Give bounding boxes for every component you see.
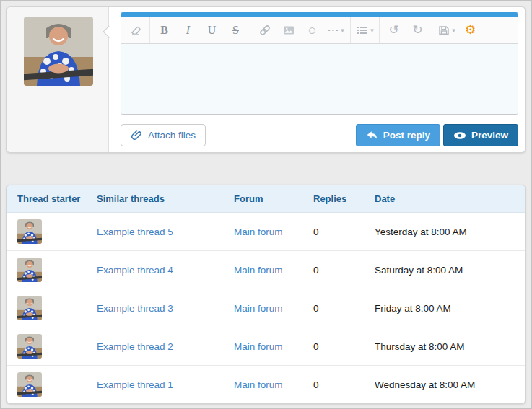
remove-format-button[interactable] — [123, 17, 147, 43]
table-row: Example thread 4 Main forum 0 Saturday a… — [7, 251, 525, 289]
paperclip-icon — [131, 129, 143, 141]
undo-button[interactable]: ↺ — [382, 17, 406, 43]
eraser-icon — [129, 24, 142, 37]
more-options-icon: ··· — [328, 25, 339, 35]
forum-link[interactable]: Main forum — [234, 379, 283, 390]
bold-button[interactable]: B — [152, 17, 176, 43]
col-thread-starter: Thread starter — [7, 185, 87, 213]
attach-files-button[interactable]: Attach files — [121, 124, 206, 146]
table-row: Example thread 1 Main forum 0 Wednesday … — [7, 366, 525, 404]
message-content-block: B I U S — [109, 7, 525, 152]
forum-link[interactable]: Main forum — [234, 227, 283, 237]
thread-date: Wednesday at 8:00 AM — [365, 366, 525, 404]
similar-threads-panel: Thread starter Similar threads Forum Rep… — [6, 185, 526, 404]
thread-starter-avatar[interactable] — [17, 334, 42, 359]
thread-date: Saturday at 8:00 AM — [365, 251, 525, 289]
message-textarea[interactable] — [121, 44, 518, 114]
thread-link[interactable]: Example thread 3 — [97, 303, 173, 314]
attach-files-label: Attach files — [148, 130, 196, 141]
replies-count: 0 — [303, 213, 365, 251]
thread-link[interactable]: Example thread 1 — [97, 379, 173, 390]
table-row: Example thread 5 Main forum 0 Yesterday … — [7, 213, 525, 251]
user-avatar[interactable] — [24, 17, 93, 86]
thread-starter-avatar[interactable] — [17, 219, 42, 244]
strikethrough-icon: S — [232, 24, 239, 37]
forum-link[interactable]: Main forum — [234, 303, 283, 314]
chevron-down-icon: ▾ — [341, 27, 344, 34]
replies-count: 0 — [303, 327, 365, 366]
link-icon — [258, 24, 271, 37]
col-similar-threads: Similar threads — [87, 185, 224, 213]
thread-date: Thursday at 8:00 AM — [365, 327, 525, 366]
rich-text-editor: B I U S — [121, 12, 518, 115]
smiley-icon: ☺ — [307, 24, 318, 36]
thread-link[interactable]: Example thread 5 — [97, 227, 173, 237]
insert-link-button[interactable] — [253, 17, 276, 43]
floppy-disk-icon — [437, 24, 450, 37]
list-button[interactable]: ▾ — [353, 17, 377, 43]
forum-link[interactable]: Main forum — [234, 341, 283, 352]
col-replies: Replies — [303, 185, 365, 213]
forum-link[interactable]: Main forum — [234, 265, 283, 276]
reply-arrow-icon — [366, 129, 378, 141]
redo-button[interactable]: ↻ — [406, 17, 429, 43]
post-reply-label: Post reply — [383, 130, 430, 141]
more-options-button[interactable]: ··· ▾ — [324, 17, 348, 43]
table-row: Example thread 2 Main forum 0 Thursday a… — [7, 327, 525, 366]
similar-threads-table: Thread starter Similar threads Forum Rep… — [7, 185, 525, 403]
thread-starter-avatar[interactable] — [17, 372, 42, 397]
thread-date: Yesterday at 8:00 AM — [365, 213, 525, 251]
preview-label: Preview — [471, 130, 508, 141]
strikethrough-button[interactable]: S — [224, 17, 248, 43]
insert-smiley-button[interactable]: ☺ — [300, 17, 324, 43]
list-icon — [356, 24, 369, 37]
undo-icon: ↺ — [388, 22, 398, 38]
editor-settings-button[interactable]: ⚙ — [458, 17, 482, 43]
editor-toolbar: B I U S — [121, 17, 518, 44]
replies-count: 0 — [303, 366, 365, 404]
redo-icon: ↻ — [412, 22, 422, 38]
thread-starter-avatar[interactable] — [17, 258, 42, 282]
underline-icon: U — [208, 24, 217, 37]
italic-icon: I — [186, 24, 190, 37]
quick-reply-panel: B I U S — [6, 6, 526, 153]
thread-link[interactable]: Example thread 4 — [97, 265, 173, 276]
replies-count: 0 — [303, 289, 365, 327]
post-reply-button[interactable]: Post reply — [356, 124, 440, 146]
col-date: Date — [365, 185, 525, 213]
chevron-down-icon: ▾ — [370, 27, 374, 34]
chevron-down-icon: ▾ — [452, 27, 455, 34]
italic-button[interactable]: I — [176, 17, 200, 43]
table-row: Example thread 3 Main forum 0 Friday at … — [7, 289, 525, 327]
underline-button[interactable]: U — [200, 17, 224, 43]
thread-starter-avatar[interactable] — [17, 296, 42, 320]
thread-link[interactable]: Example thread 2 — [97, 341, 173, 352]
col-forum: Forum — [224, 185, 303, 213]
replies-count: 0 — [303, 251, 365, 289]
gear-icon: ⚙ — [465, 22, 476, 38]
eye-icon — [453, 131, 466, 141]
insert-image-button[interactable] — [276, 17, 300, 43]
image-icon — [282, 24, 295, 37]
bold-icon: B — [160, 24, 168, 37]
reply-actions-row: Attach files Post reply Preview — [121, 124, 518, 146]
preview-button[interactable]: Preview — [443, 124, 518, 146]
thread-date: Friday at 8:00 AM — [365, 289, 525, 327]
message-user-block — [7, 7, 109, 152]
table-header-row: Thread starter Similar threads Forum Rep… — [7, 185, 525, 213]
save-draft-button[interactable]: ▾ — [435, 17, 458, 43]
